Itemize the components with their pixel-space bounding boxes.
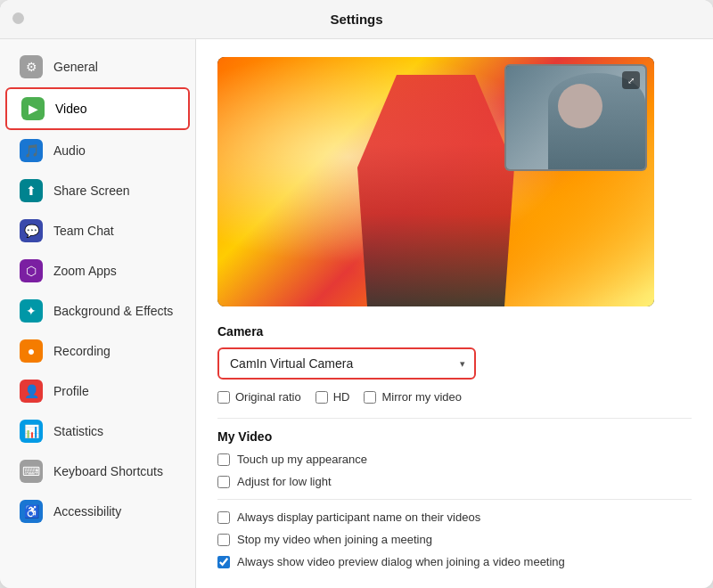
settings-window: Settings ⚙General▶Video🎵Audio⬆Share Scre… [0,0,713,588]
checkbox-low-light[interactable]: Adjust for low light [217,475,692,488]
camera-options-row: Original ratioHDMirror my video [217,390,692,404]
statistics-icon: 📊 [20,420,43,443]
title-bar: Settings [0,0,713,39]
input-mirror-video[interactable] [364,391,376,404]
sidebar-label-share-screen: Share Screen [53,184,130,198]
main-panel: ⤢ Camera CamIn Virtual CameraFaceTime HD… [196,39,713,588]
sidebar: ⚙General▶Video🎵Audio⬆Share Screen💬Team C… [0,39,196,588]
sidebar-label-general: General [53,60,98,74]
input-display-name[interactable] [217,511,230,524]
video-preview: ⤢ [217,57,654,306]
divider2 [217,499,692,500]
content-area: ⚙General▶Video🎵Audio⬆Share Screen💬Team C… [0,39,713,588]
checkbox-stop-video[interactable]: Stop my video when joining a meeting [217,533,692,546]
video-icon: ▶ [21,97,45,120]
input-stop-video[interactable] [217,534,230,546]
general-icon: ⚙ [20,55,43,78]
extra-checkboxes: Always display participant name on their… [217,510,692,568]
sidebar-item-zoom-apps[interactable]: ⬡Zoom Apps [5,251,190,290]
divider [217,418,692,419]
sidebar-item-keyboard-shortcuts[interactable]: ⌨Keyboard Shortcuts [5,452,190,491]
profile-icon: 👤 [20,380,43,403]
team-chat-icon: 💬 [20,219,43,242]
label-hd: HD [333,390,350,404]
sidebar-item-team-chat[interactable]: 💬Team Chat [5,211,190,250]
window-title: Settings [330,12,382,27]
sidebar-label-zoom-apps: Zoom Apps [53,264,117,278]
camera-select-wrapper[interactable]: CamIn Virtual CameraFaceTime HD CameraVi… [217,347,476,380]
close-button[interactable] [12,12,24,24]
zoom-apps-icon: ⬡ [20,259,43,282]
sidebar-label-team-chat: Team Chat [53,224,114,238]
recording-icon: ● [20,339,43,363]
sidebar-label-accessibility: Accessibility [53,504,121,519]
pip-expand-icon[interactable]: ⤢ [622,71,640,89]
checkbox-show-preview[interactable]: Always show video preview dialog when jo… [217,555,692,568]
label-low-light: Adjust for low light [237,475,332,488]
sidebar-item-recording[interactable]: ●Recording [5,331,190,371]
my-video-label: My Video [217,429,692,444]
input-original-ratio[interactable] [217,391,230,404]
sidebar-item-audio[interactable]: 🎵Audio [5,131,190,170]
checkbox-mirror-video[interactable]: Mirror my video [364,390,462,404]
input-hd[interactable] [316,391,328,404]
camera-select[interactable]: CamIn Virtual CameraFaceTime HD CameraVi… [219,349,474,378]
label-mirror-video: Mirror my video [381,390,462,404]
sidebar-label-recording: Recording [53,344,111,358]
sidebar-item-background-effects[interactable]: ✦Background & Effects [5,291,190,331]
my-video-checkboxes: Touch up my appearanceAdjust for low lig… [217,453,692,488]
label-show-preview: Always show video preview dialog when jo… [237,555,565,568]
traffic-lights [12,12,24,28]
input-touch-up[interactable] [217,453,230,466]
accessibility-icon: ♿ [20,500,43,523]
sidebar-label-profile: Profile [53,384,89,398]
input-low-light[interactable] [217,476,230,488]
sidebar-item-statistics[interactable]: 📊Statistics [5,412,190,451]
label-touch-up: Touch up my appearance [237,453,367,466]
sidebar-item-profile[interactable]: 👤Profile [5,372,190,411]
sidebar-item-share-screen[interactable]: ⬆Share Screen [5,171,190,210]
sidebar-label-statistics: Statistics [53,424,103,438]
sidebar-label-audio: Audio [53,143,86,158]
background-effects-icon: ✦ [20,299,43,323]
label-display-name: Always display participant name on their… [237,510,480,524]
sidebar-label-video: Video [55,102,87,116]
label-stop-video: Stop my video when joining a meeting [237,533,432,546]
checkbox-hd[interactable]: HD [316,390,350,404]
keyboard-shortcuts-icon: ⌨ [20,460,43,483]
checkbox-original-ratio[interactable]: Original ratio [217,390,301,404]
sidebar-label-background-effects: Background & Effects [53,304,173,318]
sidebar-label-keyboard-shortcuts: Keyboard Shortcuts [53,464,163,478]
my-video-section: My Video [217,429,692,444]
label-original-ratio: Original ratio [235,390,301,404]
sidebar-item-general[interactable]: ⚙General [5,47,190,86]
audio-icon: 🎵 [20,139,43,162]
camera-label: Camera [217,324,692,339]
checkbox-touch-up[interactable]: Touch up my appearance [217,453,692,466]
sidebar-item-video[interactable]: ▶Video [5,87,190,130]
input-show-preview[interactable] [217,556,230,568]
checkbox-display-name[interactable]: Always display participant name on their… [217,510,692,524]
share-screen-icon: ⬆ [20,179,43,202]
sidebar-item-accessibility[interactable]: ♿Accessibility [5,492,190,531]
pip-camera: ⤢ [504,64,647,171]
